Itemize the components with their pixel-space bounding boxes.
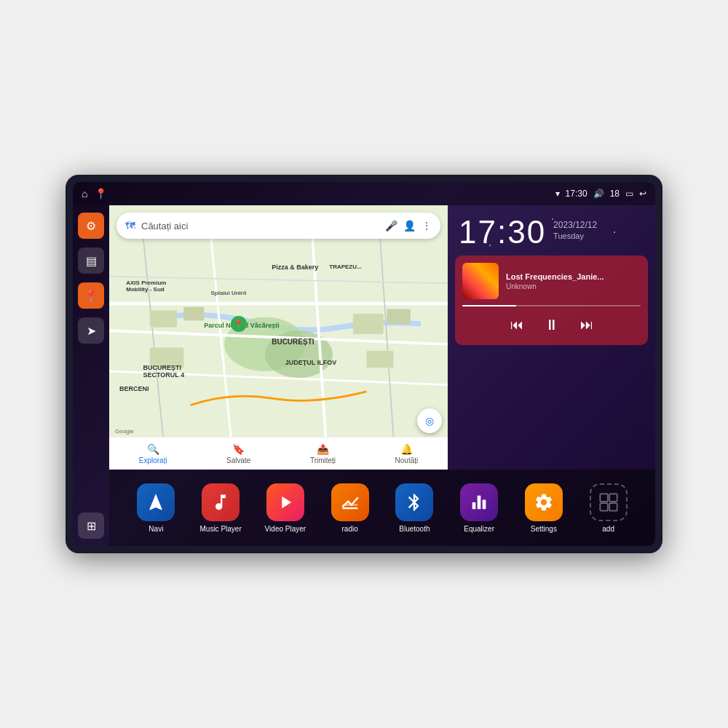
app-settings[interactable]: Settings [520,483,567,533]
nav-explore[interactable]: 🔍 Explorați [139,443,167,464]
nav-saved[interactable]: 🔖 Salvate [226,443,250,464]
google-watermark: Google [115,428,134,435]
sidebar-maps-btn[interactable]: 📍 [78,282,104,309]
navi-label: Navi [149,525,163,533]
svg-rect-11 [150,310,177,327]
nav-share[interactable]: 📤 Trimiteți [310,443,336,464]
music-progress-bar[interactable] [462,305,641,306]
share-label: Trimiteți [310,456,336,464]
location-icon: 📍 [84,289,98,303]
status-bar-right: ▾ 17:30 🔊 18 ▭ ↩ [555,189,646,199]
app-radio[interactable]: radio [326,483,373,533]
app-add[interactable]: add [585,483,632,533]
maps-icon[interactable]: 📍 [95,188,107,199]
account-icon[interactable]: 👤 [403,220,416,232]
bluetooth-icon [395,483,433,521]
news-icon: 🔔 [400,443,413,455]
sidebar-nav-btn[interactable]: ➤ [78,317,104,344]
svg-rect-19 [600,494,608,502]
saved-icon: 🔖 [232,443,245,455]
map-label-axis: AXIS PremiumMobility - Sud [126,280,166,293]
video-player-icon [266,483,304,521]
album-image [462,263,499,299]
nav-news[interactable]: 🔔 Noutăți [395,443,419,464]
equalizer-icon [460,483,498,521]
equalizer-label: Equalizer [464,525,494,533]
map-label-berceni: BERCENI [119,385,149,392]
music-progress-fill [462,305,516,306]
music-controls: ⏮ ⏸ ⏭ [462,312,641,338]
share-icon: 📤 [317,443,329,455]
settings-label: Settings [531,525,557,533]
map-label-ilfov: JUDEȚUL ILFOV [285,359,336,366]
wifi-icon: ▾ [555,189,560,199]
battery-icon: ▭ [625,189,633,199]
svg-rect-22 [609,503,617,511]
map-label-buc: BUCUREȘTI [272,338,314,346]
files-icon: ▤ [86,254,97,268]
sidebar-bottom: ⊞ [78,513,104,539]
volume-icon: 🔊 [593,189,604,199]
music-title: Lost Frequencies_Janie... [506,272,641,281]
grid-icon: ⊞ [87,519,96,533]
next-button[interactable]: ⏭ [579,316,595,334]
music-top: Lost Frequencies_Janie... Unknown [462,263,641,299]
svg-rect-13 [353,314,384,334]
music-player-label: Music Player [200,525,242,533]
more-icon[interactable]: ⋮ [422,220,432,232]
sidebar-grid-btn[interactable]: ⊞ [78,513,104,539]
add-icon-box [590,483,628,521]
day-display: Tuesday [553,232,597,240]
info-panel: 17:30 2023/12/12 Tuesday [448,205,655,470]
map-bottom-nav: 🔍 Explorați 🔖 Salvate 📤 Trimiteți [109,437,448,470]
svg-rect-16 [366,351,393,368]
search-placeholder: Căutați aici [141,221,379,232]
music-player-icon [202,483,240,521]
location-fab[interactable]: ◎ [417,408,442,433]
explore-label: Explorați [139,456,167,464]
my-location-icon: ◎ [425,415,434,427]
top-section: AXIS PremiumMobility - Sud Pizza & Baker… [109,205,655,470]
saved-label: Salvate [226,456,250,464]
music-info: Lost Frequencies_Janie... Unknown [506,272,641,290]
map-search-bar[interactable]: 🗺 Căutați aici 🎤 👤 ⋮ [116,213,440,239]
album-art [462,263,499,299]
svg-rect-17 [342,507,357,509]
main-area: ⚙ ▤ 📍 ➤ ⊞ [73,205,655,546]
svg-rect-21 [600,503,608,511]
app-navi[interactable]: Navi [132,483,180,533]
music-widget[interactable]: Lost Frequencies_Janie... Unknown ⏮ ⏸ ⏭ [455,256,648,345]
settings-icon: ⚙ [86,219,96,233]
app-music-player[interactable]: Music Player [197,483,245,533]
home-icon[interactable]: ⌂ [82,188,87,199]
map-label-sect4: BUCUREȘTISECTORUL 4 [143,364,185,379]
clock-date: 2023/12/12 Tuesday [553,216,597,240]
navi-icon [137,483,175,521]
news-label: Noutăți [395,456,419,464]
bluetooth-label: Bluetooth [399,525,430,533]
settings-app-icon [525,483,563,521]
prev-button[interactable]: ⏮ [509,316,525,334]
svg-rect-14 [387,309,411,323]
app-video-player[interactable]: Video Player [261,483,309,533]
app-equalizer[interactable]: Equalizer [456,483,503,533]
arrow-icon: ➤ [87,324,96,338]
mic-icon[interactable]: 🎤 [385,220,397,232]
pin-icon: 📍 [234,320,244,329]
map-panel[interactable]: AXIS PremiumMobility - Sud Pizza & Baker… [109,205,448,470]
back-icon[interactable]: ↩ [639,189,646,199]
device: ⌂ 📍 ▾ 17:30 🔊 18 ▭ ↩ ⚙ ▤ [66,175,662,553]
bottom-app-grid: Navi Music Player [109,470,655,546]
status-bar-left: ⌂ 📍 [82,188,107,199]
pause-button[interactable]: ⏸ [543,315,561,335]
date-display: 2023/12/12 [553,220,597,230]
sidebar-settings-btn[interactable]: ⚙ [78,213,104,239]
signal-display: 18 [610,189,620,199]
map-label-splai: Splaiui Unirii [211,290,247,296]
screen: ⌂ 📍 ▾ 17:30 🔊 18 ▭ ↩ ⚙ ▤ [73,182,655,546]
sidebar-files-btn[interactable]: ▤ [78,248,104,274]
app-bluetooth[interactable]: Bluetooth [391,483,438,533]
content-area: AXIS PremiumMobility - Sud Pizza & Baker… [109,205,655,546]
add-label: add [602,525,614,533]
video-player-label: Video Player [265,525,306,533]
